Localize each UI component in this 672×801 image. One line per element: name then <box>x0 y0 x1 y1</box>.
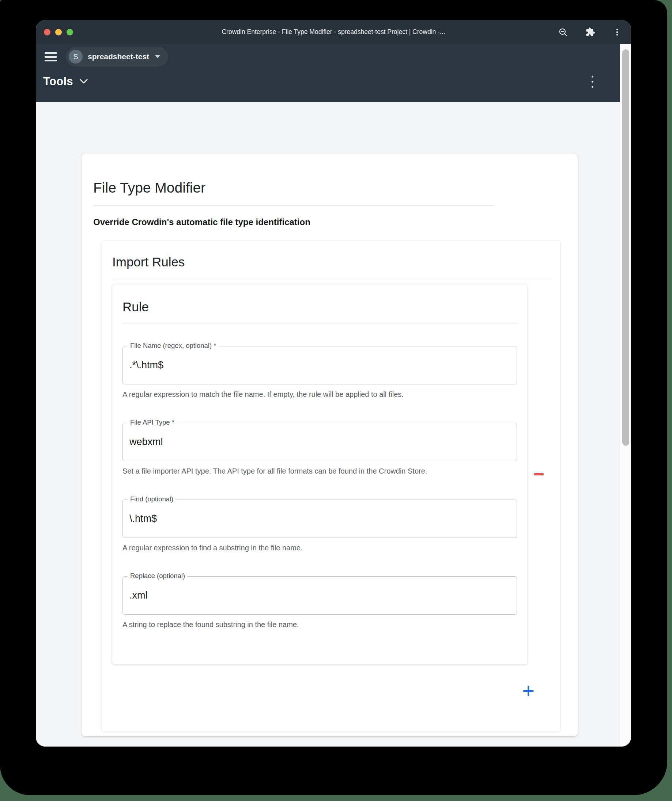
scrollbar-thumb[interactable] <box>622 49 629 446</box>
add-rule-row: + <box>112 681 537 700</box>
file-api-type-label: File API Type * <box>127 418 177 426</box>
file-name-field: File Name (regex, optional) * <box>122 346 517 384</box>
browser-menu-icon[interactable] <box>613 27 622 37</box>
caret-down-icon <box>155 55 160 58</box>
tools-label: Tools <box>43 75 73 88</box>
import-rules-title: Import Rules <box>112 255 550 269</box>
hamburger-menu-icon[interactable] <box>45 52 57 61</box>
divider <box>122 323 517 323</box>
browser-window: Crowdin Enterprise - File Type Modifier … <box>36 20 631 746</box>
page-subtitle: Override Crowdin's automatic file type i… <box>93 217 566 227</box>
file-type-modifier-panel: File Type Modifier Override Crowdin's au… <box>82 153 578 736</box>
file-api-type-helper: Set a file importer API type. The API ty… <box>122 466 495 477</box>
find-input[interactable] <box>122 500 517 538</box>
header-overflow-menu-icon[interactable] <box>590 74 595 89</box>
rule-card: Rule File Name (regex, optional) * A reg… <box>112 284 527 664</box>
page-title: File Type Modifier <box>93 180 566 196</box>
find-helper: A regular expression to find a substring… <box>122 542 495 553</box>
zoom-out-icon[interactable] <box>558 27 568 37</box>
file-api-type-field: File API Type * <box>122 423 517 461</box>
fullscreen-window-button[interactable] <box>66 29 73 35</box>
extensions-puzzle-icon[interactable] <box>585 27 595 37</box>
file-api-type-input[interactable] <box>122 423 517 461</box>
project-avatar: S <box>69 50 83 64</box>
find-field: Find (optional) <box>122 500 517 538</box>
replace-helper: A string to replace the found substring … <box>122 619 495 631</box>
file-name-helper: A regular expression to match the file n… <box>122 389 495 400</box>
divider <box>112 279 551 279</box>
minimize-window-button[interactable] <box>55 29 62 35</box>
desktop-background: Crowdin Enterprise - File Type Modifier … <box>0 0 672 801</box>
window-title: Crowdin Enterprise - File Type Modifier … <box>36 28 631 36</box>
project-switcher[interactable]: S spreadsheet-test <box>66 47 168 66</box>
app-header: S spreadsheet-test Tools <box>36 44 620 102</box>
replace-input[interactable] <box>122 576 517 614</box>
tools-dropdown[interactable]: Tools <box>43 75 88 88</box>
file-name-label: File Name (regex, optional) * <box>127 342 219 350</box>
rule-row: Rule File Name (regex, optional) * A reg… <box>112 284 550 664</box>
rule-title: Rule <box>122 300 517 314</box>
close-window-button[interactable] <box>44 29 50 35</box>
project-name: spreadsheet-test <box>88 52 149 61</box>
replace-label: Replace (optional) <box>127 572 188 580</box>
remove-rule-button[interactable] <box>534 473 544 475</box>
traffic-lights <box>44 29 73 35</box>
scrollbar-track[interactable] <box>620 44 631 746</box>
add-rule-button[interactable]: + <box>520 681 537 700</box>
remove-rule-column <box>527 284 550 664</box>
page-body: File Type Modifier Override Crowdin's au… <box>36 102 620 746</box>
browser-titlebar: Crowdin Enterprise - File Type Modifier … <box>36 20 631 44</box>
replace-field: Replace (optional) <box>122 576 517 614</box>
find-label: Find (optional) <box>127 495 176 503</box>
import-rules-card: Import Rules Rule File Name (regex, opti… <box>102 240 561 732</box>
chevron-down-icon <box>80 79 88 84</box>
divider <box>93 205 494 206</box>
file-name-input[interactable] <box>122 346 517 384</box>
